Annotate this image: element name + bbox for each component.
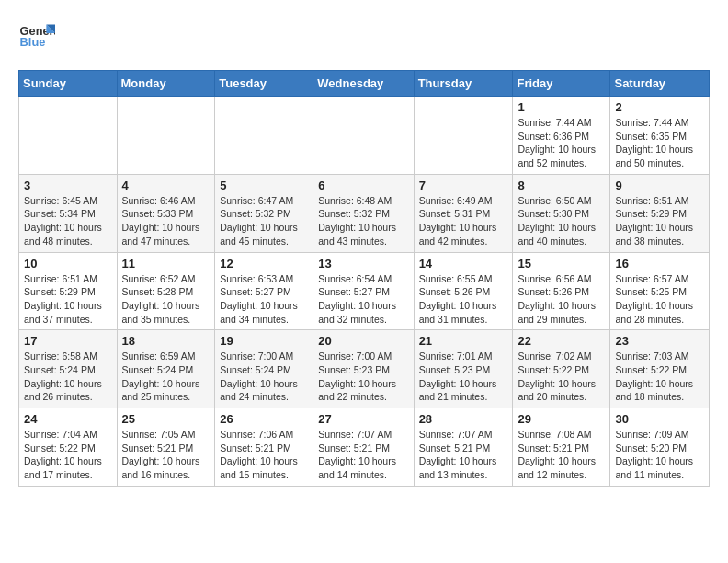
- calendar-cell: 3Sunrise: 6:45 AM Sunset: 5:34 PM Daylig…: [19, 174, 118, 252]
- logo-icon: General Blue: [18, 18, 55, 55]
- calendar-cell: 27Sunrise: 7:07 AM Sunset: 5:21 PM Dayli…: [313, 408, 414, 487]
- calendar-cell: 2Sunrise: 7:44 AM Sunset: 6:35 PM Daylig…: [610, 97, 710, 175]
- day-number: 20: [318, 334, 408, 348]
- calendar-week-row: 3Sunrise: 6:45 AM Sunset: 5:34 PM Daylig…: [19, 174, 710, 252]
- day-number: 22: [518, 334, 605, 348]
- calendar-cell: 8Sunrise: 6:50 AM Sunset: 5:30 PM Daylig…: [513, 174, 610, 252]
- day-info: Sunrise: 7:44 AM Sunset: 6:35 PM Dayligh…: [615, 116, 704, 170]
- day-info: Sunrise: 6:59 AM Sunset: 5:24 PM Dayligh…: [122, 350, 210, 404]
- day-info: Sunrise: 6:58 AM Sunset: 5:24 PM Dayligh…: [24, 350, 112, 404]
- day-number: 4: [122, 178, 210, 192]
- day-number: 10: [24, 257, 112, 270]
- day-info: Sunrise: 7:03 AM Sunset: 5:22 PM Dayligh…: [615, 350, 704, 404]
- day-number: 6: [318, 178, 408, 192]
- day-info: Sunrise: 7:02 AM Sunset: 5:22 PM Dayligh…: [518, 350, 605, 404]
- logo: General Blue: [18, 18, 61, 55]
- calendar-cell: 29Sunrise: 7:08 AM Sunset: 5:21 PM Dayli…: [513, 408, 610, 487]
- day-number: 16: [615, 257, 704, 270]
- day-info: Sunrise: 6:51 AM Sunset: 5:29 PM Dayligh…: [615, 194, 704, 248]
- header-friday: Friday: [513, 71, 610, 97]
- day-number: 9: [615, 178, 704, 192]
- calendar-week-row: 17Sunrise: 6:58 AM Sunset: 5:24 PM Dayli…: [19, 330, 710, 408]
- day-info: Sunrise: 7:06 AM Sunset: 5:21 PM Dayligh…: [220, 428, 308, 482]
- day-info: Sunrise: 7:09 AM Sunset: 5:20 PM Dayligh…: [615, 428, 704, 482]
- day-info: Sunrise: 6:51 AM Sunset: 5:29 PM Dayligh…: [24, 272, 112, 327]
- day-info: Sunrise: 6:49 AM Sunset: 5:31 PM Dayligh…: [419, 194, 508, 248]
- calendar-cell: 1Sunrise: 7:44 AM Sunset: 6:36 PM Daylig…: [513, 97, 610, 175]
- calendar-week-row: 24Sunrise: 7:04 AM Sunset: 5:22 PM Dayli…: [19, 408, 710, 487]
- day-info: Sunrise: 7:00 AM Sunset: 5:23 PM Dayligh…: [318, 350, 408, 404]
- day-number: 23: [615, 334, 704, 348]
- day-number: 8: [518, 178, 605, 192]
- calendar-cell: [313, 97, 414, 175]
- header-saturday: Saturday: [610, 71, 710, 97]
- day-number: 2: [615, 100, 704, 114]
- day-number: 24: [24, 412, 112, 426]
- day-info: Sunrise: 7:05 AM Sunset: 5:21 PM Dayligh…: [122, 428, 210, 482]
- calendar-cell: 11Sunrise: 6:52 AM Sunset: 5:28 PM Dayli…: [117, 252, 215, 330]
- calendar-week-row: 1Sunrise: 7:44 AM Sunset: 6:36 PM Daylig…: [19, 97, 710, 175]
- header-wednesday: Wednesday: [313, 71, 414, 97]
- day-info: Sunrise: 7:04 AM Sunset: 5:22 PM Dayligh…: [24, 428, 112, 482]
- day-number: 5: [220, 178, 308, 192]
- calendar-cell: 18Sunrise: 6:59 AM Sunset: 5:24 PM Dayli…: [117, 330, 215, 408]
- calendar-cell: 15Sunrise: 6:56 AM Sunset: 5:26 PM Dayli…: [513, 252, 610, 330]
- calendar-cell: 30Sunrise: 7:09 AM Sunset: 5:20 PM Dayli…: [610, 408, 710, 487]
- calendar-cell: 22Sunrise: 7:02 AM Sunset: 5:22 PM Dayli…: [513, 330, 610, 408]
- svg-text:Blue: Blue: [20, 35, 46, 49]
- day-info: Sunrise: 7:08 AM Sunset: 5:21 PM Dayligh…: [518, 428, 605, 482]
- day-number: 27: [318, 412, 408, 426]
- calendar-cell: 23Sunrise: 7:03 AM Sunset: 5:22 PM Dayli…: [610, 330, 710, 408]
- day-number: 15: [518, 257, 605, 270]
- calendar-cell: 5Sunrise: 6:47 AM Sunset: 5:32 PM Daylig…: [215, 174, 313, 252]
- day-number: 28: [419, 412, 508, 426]
- day-number: 26: [220, 412, 308, 426]
- day-info: Sunrise: 6:45 AM Sunset: 5:34 PM Dayligh…: [24, 194, 112, 248]
- day-number: 30: [615, 412, 704, 426]
- header-tuesday: Tuesday: [215, 71, 313, 97]
- day-info: Sunrise: 7:01 AM Sunset: 5:23 PM Dayligh…: [419, 350, 508, 404]
- day-info: Sunrise: 6:56 AM Sunset: 5:26 PM Dayligh…: [518, 272, 605, 327]
- day-info: Sunrise: 6:46 AM Sunset: 5:33 PM Dayligh…: [122, 194, 210, 248]
- day-number: 11: [122, 257, 210, 270]
- day-number: 12: [220, 257, 308, 270]
- day-info: Sunrise: 6:50 AM Sunset: 5:30 PM Dayligh…: [518, 194, 605, 248]
- calendar-cell: 20Sunrise: 7:00 AM Sunset: 5:23 PM Dayli…: [313, 330, 414, 408]
- calendar-cell: [215, 97, 313, 175]
- day-number: 14: [419, 257, 508, 270]
- calendar-cell: [19, 97, 118, 175]
- day-number: 3: [24, 178, 112, 192]
- header-sunday: Sunday: [19, 71, 118, 97]
- calendar-cell: 17Sunrise: 6:58 AM Sunset: 5:24 PM Dayli…: [19, 330, 118, 408]
- day-number: 18: [122, 334, 210, 348]
- calendar-cell: 4Sunrise: 6:46 AM Sunset: 5:33 PM Daylig…: [117, 174, 215, 252]
- calendar-cell: 7Sunrise: 6:49 AM Sunset: 5:31 PM Daylig…: [414, 174, 513, 252]
- day-number: 13: [318, 257, 408, 270]
- calendar-cell: 28Sunrise: 7:07 AM Sunset: 5:21 PM Dayli…: [414, 408, 513, 487]
- day-info: Sunrise: 6:57 AM Sunset: 5:25 PM Dayligh…: [615, 272, 704, 327]
- header-thursday: Thursday: [414, 71, 513, 97]
- day-info: Sunrise: 7:07 AM Sunset: 5:21 PM Dayligh…: [419, 428, 508, 482]
- day-number: 19: [220, 334, 308, 348]
- calendar-cell: 9Sunrise: 6:51 AM Sunset: 5:29 PM Daylig…: [610, 174, 710, 252]
- calendar-cell: 25Sunrise: 7:05 AM Sunset: 5:21 PM Dayli…: [117, 408, 215, 487]
- day-number: 1: [518, 100, 605, 114]
- day-info: Sunrise: 7:00 AM Sunset: 5:24 PM Dayligh…: [220, 350, 308, 404]
- calendar-cell: 19Sunrise: 7:00 AM Sunset: 5:24 PM Dayli…: [215, 330, 313, 408]
- day-info: Sunrise: 7:07 AM Sunset: 5:21 PM Dayligh…: [318, 428, 408, 482]
- day-number: 25: [122, 412, 210, 426]
- day-info: Sunrise: 6:52 AM Sunset: 5:28 PM Dayligh…: [122, 272, 210, 327]
- calendar-cell: 13Sunrise: 6:54 AM Sunset: 5:27 PM Dayli…: [313, 252, 414, 330]
- day-info: Sunrise: 6:53 AM Sunset: 5:27 PM Dayligh…: [220, 272, 308, 327]
- day-info: Sunrise: 7:44 AM Sunset: 6:36 PM Dayligh…: [518, 116, 605, 170]
- calendar-cell: 10Sunrise: 6:51 AM Sunset: 5:29 PM Dayli…: [19, 252, 118, 330]
- day-info: Sunrise: 6:54 AM Sunset: 5:27 PM Dayligh…: [318, 272, 408, 327]
- day-info: Sunrise: 6:55 AM Sunset: 5:26 PM Dayligh…: [419, 272, 508, 327]
- calendar-cell: [414, 97, 513, 175]
- day-number: 17: [24, 334, 112, 348]
- day-info: Sunrise: 6:47 AM Sunset: 5:32 PM Dayligh…: [220, 194, 308, 248]
- day-number: 21: [419, 334, 508, 348]
- calendar-week-row: 10Sunrise: 6:51 AM Sunset: 5:29 PM Dayli…: [19, 252, 710, 330]
- calendar-cell: 26Sunrise: 7:06 AM Sunset: 5:21 PM Dayli…: [215, 408, 313, 487]
- calendar-cell: 16Sunrise: 6:57 AM Sunset: 5:25 PM Dayli…: [610, 252, 710, 330]
